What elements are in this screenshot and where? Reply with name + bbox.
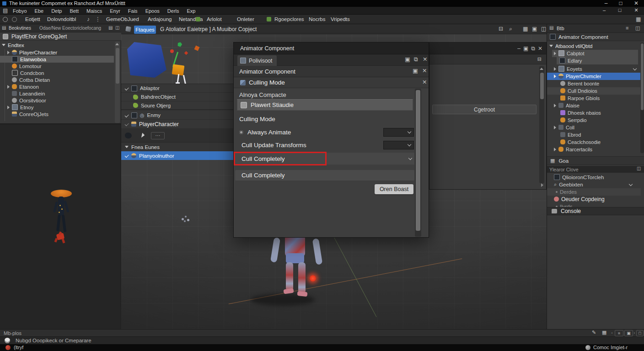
hierarchy-item[interactable]: Cotba Dietan (0, 76, 114, 83)
chevron-down-icon[interactable] (633, 67, 637, 70)
overlay-item[interactable]: Ablaptor (121, 84, 233, 93)
inspector-item-selected[interactable]: PlayerChvmcler (547, 73, 641, 80)
close-icon[interactable]: ✕ (631, 0, 641, 6)
menu-item[interactable]: Epoos (145, 8, 160, 14)
inspector-scroll-thumb[interactable] (641, 43, 644, 110)
inspector-item[interactable]: Rarpoe Gbiols (547, 95, 641, 102)
hierarchy-item[interactable]: Oorsitvtioor (0, 97, 114, 104)
menu-item[interactable]: Exp (187, 8, 196, 14)
dock-icon[interactable]: ▣ (523, 46, 528, 51)
hamburger-icon[interactable]: ▤ (3, 8, 8, 13)
grid-icon[interactable]: ▦ (602, 330, 606, 335)
align-button[interactable]: ≡ (615, 330, 623, 336)
split-icon[interactable]: ◫ (635, 26, 640, 31)
close-icon[interactable]: ✕ (631, 7, 641, 13)
overlay-group-row[interactable]: Fnea Eunes (121, 143, 233, 151)
check-icon[interactable] (125, 86, 129, 90)
maximize-icon[interactable]: □ (615, 7, 625, 13)
always-animate-dropdown[interactable] (383, 128, 414, 137)
expander-icon[interactable] (7, 106, 10, 109)
chevron-down-icon[interactable] (629, 182, 633, 186)
inspector-item[interactable]: Serrpdio (547, 117, 641, 124)
box-button[interactable]: ▣ (624, 330, 633, 336)
inspector-root[interactable]: Atbaood vtilQbtd (549, 43, 592, 50)
hierarchy-scroll-thumb[interactable] (116, 48, 119, 84)
paw-icon[interactable] (125, 133, 132, 138)
toolbar-item[interactable]: GemeObJued (106, 16, 139, 22)
inspector-item[interactable]: Berent boonte (547, 80, 641, 87)
inspector-scrollbar[interactable] (640, 43, 644, 153)
object-field[interactable]: Plawert Stiaudie (237, 99, 413, 111)
check-icon[interactable] (125, 122, 129, 126)
ylearor-subsection[interactable]: Ylearor Clove ◫ (547, 166, 644, 173)
expander-icon[interactable] (125, 146, 129, 148)
selected-value-bar[interactable]: Cull Completely (235, 170, 414, 181)
close-icon[interactable]: ✕ (422, 68, 427, 74)
tool-circle-icon[interactable] (12, 17, 17, 22)
expander-icon[interactable] (554, 148, 556, 151)
expander-icon[interactable] (554, 104, 556, 107)
hierarchy-item[interactable]: Condcbon (0, 69, 114, 76)
expander-icon[interactable] (549, 45, 553, 47)
cull-update-dropdown[interactable] (383, 141, 414, 149)
inspector-item[interactable]: Cabptot (552, 50, 638, 57)
hierarchy-item[interactable]: Etanoon (0, 83, 114, 90)
minimize-icon[interactable]: – (599, 7, 609, 13)
tab-inspector[interactable]: Btb (557, 26, 564, 31)
close-icon[interactable]: ✕ (538, 46, 542, 51)
radio-icon[interactable] (239, 130, 243, 134)
package-icon[interactable] (267, 17, 271, 21)
hierarchy-item[interactable]: ConreOjJets (0, 111, 114, 117)
toolbar-item[interactable]: Eotjett (25, 16, 40, 22)
menu-item[interactable]: Bett (70, 8, 79, 14)
close-icon[interactable]: ✕ (423, 57, 427, 63)
menu-item[interactable]: Ebe (35, 8, 44, 14)
layers-icon[interactable]: ▣ (532, 26, 537, 32)
hierarchy-item[interactable]: PlayerCharacter (0, 49, 114, 56)
toolbar-item[interactable]: Nocrbs (309, 16, 325, 22)
inspector-item[interactable]: Ebrod (547, 131, 641, 138)
hierarchy-item[interactable]: Etnoy (0, 104, 114, 111)
tab-scene-active[interactable]: Ftaques (134, 26, 156, 34)
hierarchy-item[interactable]: Lomotour (0, 63, 114, 69)
menu-icon[interactable]: ≡ (626, 26, 628, 31)
gizmo-group[interactable] (165, 37, 220, 87)
subpanel-scroll-thumb[interactable] (540, 73, 544, 99)
dialog-titlebar[interactable]: Animator Component (234, 43, 429, 54)
pen-icon[interactable]: ✎ (592, 330, 596, 335)
dialog-scrollbar[interactable] (415, 89, 421, 237)
inspector-item[interactable]: Eoyets (552, 65, 641, 73)
expander-icon[interactable] (554, 74, 556, 78)
toolbar-item[interactable]: Dolovndoltbl (47, 16, 76, 22)
inspector-item[interactable]: Alaise (547, 102, 641, 109)
package-icon[interactable] (196, 17, 200, 21)
toolbar-item[interactable]: Arlolot (207, 16, 222, 22)
inspector-item[interactable]: Edlary (557, 57, 638, 64)
oren-boast-button[interactable]: Oren Boast (375, 184, 413, 194)
overlay-item[interactable]: ◎ Enmy (121, 111, 233, 120)
subpanel-action-button[interactable]: Cgetroot (432, 105, 537, 114)
player-character-model[interactable] (272, 234, 322, 298)
check-icon[interactable] (125, 113, 129, 117)
inspector-item[interactable]: Ceaclchosodie (547, 138, 641, 146)
inspector-bottom-item[interactable]: Derdes (547, 188, 641, 196)
cull-completely-dropdown[interactable]: Cull Completely (235, 153, 414, 165)
search-icon[interactable]: ⌕ (509, 26, 512, 32)
toolbar-item[interactable]: Ardajoung (148, 16, 172, 22)
menu-item[interactable]: Fais (128, 8, 138, 14)
maximize-icon[interactable]: □ (616, 0, 626, 6)
dock-icon[interactable]: ▣ (405, 57, 410, 63)
subpanel-scrollbar[interactable] (539, 66, 544, 183)
restore-icon[interactable]: ⧉ (414, 57, 418, 63)
outline-button[interactable]: □ (636, 330, 644, 336)
expander-icon[interactable] (7, 51, 10, 54)
expander-icon[interactable] (2, 44, 5, 46)
minimize-icon[interactable]: – (517, 46, 521, 51)
check-icon[interactable] (125, 154, 129, 158)
preview-red-creature[interactable] (53, 232, 69, 245)
expander-icon[interactable] (554, 67, 556, 71)
overlay-item[interactable]: BahdrecObject (121, 93, 233, 101)
scroll-up-icon[interactable] (115, 43, 119, 45)
inspector-item[interactable]: Cull Dndioios (547, 87, 641, 95)
toolbar-item[interactable]: Onleter (237, 16, 254, 22)
